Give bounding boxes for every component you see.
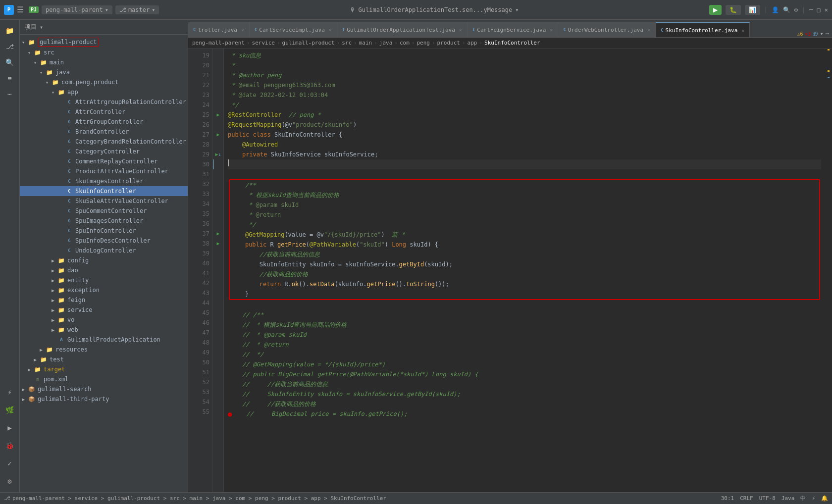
- tree-item-CategoryController[interactable]: C CategoryController: [20, 147, 188, 156]
- bc-com[interactable]: com: [400, 40, 410, 46]
- bc-peng[interactable]: peng: [416, 40, 430, 46]
- tree-item-gulimall-search[interactable]: ▶ 📦 gulimall-search: [20, 384, 188, 394]
- position-indicator[interactable]: 30:1: [721, 495, 734, 502]
- tab-close[interactable]: ✕: [329, 27, 332, 33]
- run-button[interactable]: ▶: [709, 5, 722, 15]
- tree-item-gulimall-product[interactable]: ▾ 📁 gulimall-product: [20, 37, 188, 48]
- tree-item-app[interactable]: ▾ 📁 app: [20, 87, 188, 97]
- tree-item-SpuImagesController[interactable]: C SpuImagesController: [20, 216, 188, 226]
- tree-item-dao[interactable]: ▶ 📁 dao: [20, 265, 188, 275]
- tab-gulimallordertest[interactable]: T GulimallOrderApplicationTest.java ✕: [337, 22, 468, 37]
- sidebar-terminal-icon[interactable]: ⚡: [3, 385, 17, 399]
- settings-icon[interactable]: ⚙: [794, 6, 798, 13]
- run-icon-27[interactable]: ▶: [216, 130, 219, 140]
- tree-item-SpuInfoDescController[interactable]: C SpuInfoDescController: [20, 236, 188, 246]
- bc-product[interactable]: gulimall-product: [282, 40, 335, 46]
- tab-close[interactable]: ✕: [647, 27, 650, 33]
- tree-item-ProductAttrValueController[interactable]: C ProductAttrValueController: [20, 166, 188, 176]
- bc-controller[interactable]: SkuInfoController: [484, 40, 540, 46]
- debug-button[interactable]: 🐛: [726, 5, 741, 15]
- tree-item-AttrController[interactable]: C AttrController: [20, 107, 188, 117]
- run-icon-25[interactable]: ▶: [216, 110, 219, 120]
- close-button[interactable]: ✕: [825, 6, 828, 13]
- tab-close[interactable]: ✕: [459, 27, 462, 33]
- tab-skuinfocontroller[interactable]: C SkuInfoController.java ✕: [656, 22, 750, 37]
- file-tree-content[interactable]: ▾ 📁 gulimall-product ▾ 📁 src ▾ 📁 main ▾ …: [20, 35, 188, 492]
- tree-item-SkuInfoController[interactable]: C SkuInfoController: [20, 186, 188, 196]
- bc-product2[interactable]: product: [437, 40, 460, 46]
- tree-item-target[interactable]: ▶ 📁 target: [20, 364, 188, 374]
- code-editor[interactable]: 19 20 21 22 23 24 25 26 27 28 29 30 31 3…: [188, 49, 832, 492]
- tree-item-web[interactable]: ▶ 📁 web: [20, 325, 188, 335]
- bc-java[interactable]: java: [379, 40, 393, 46]
- profile-button[interactable]: 📊: [745, 5, 760, 15]
- tree-item-SkuImagesController[interactable]: C SkuImagesController: [20, 176, 188, 186]
- tab-dropdown[interactable]: ▾: [820, 30, 824, 37]
- download-icon-29[interactable]: ↓: [218, 150, 221, 159]
- tree-item-package[interactable]: ▾ 📁 com.peng.product: [20, 77, 188, 87]
- tree-item-gulimall-third-party[interactable]: ▶ 📦 gulimall-third-party: [20, 394, 188, 404]
- minimize-button[interactable]: ─: [809, 6, 813, 13]
- bc-root[interactable]: peng-mall-parent: [192, 40, 245, 46]
- tab-close[interactable]: ✕: [241, 27, 244, 33]
- tab-info: ℹ9: [813, 31, 818, 37]
- sidebar-todo-icon[interactable]: ✓: [3, 456, 17, 470]
- tree-item-test[interactable]: ▶ 📁 test: [20, 354, 188, 364]
- project-name[interactable]: peng-mall-parent ▾: [42, 5, 112, 14]
- branch-name[interactable]: ⎇ master ▾: [115, 5, 159, 14]
- tree-item-UndoLogController[interactable]: C UndoLogController: [20, 246, 188, 255]
- tree-item-config[interactable]: ▶ 📁 config: [20, 255, 188, 265]
- sidebar-search-icon[interactable]: 🔍: [3, 55, 17, 69]
- sidebar-debug-icon[interactable]: 🐞: [3, 439, 17, 453]
- bc-main[interactable]: main: [359, 40, 372, 46]
- tree-item-SpuInfoController[interactable]: C SpuInfoController: [20, 226, 188, 236]
- tree-item-resources[interactable]: ▶ 📁 resources: [20, 345, 188, 354]
- tree-item-main[interactable]: ▾ 📁 main: [20, 57, 188, 67]
- tree-item-CommentReplayController[interactable]: C CommentReplayController: [20, 156, 188, 166]
- sidebar-commit-icon[interactable]: ⎇: [3, 40, 17, 53]
- user-icon[interactable]: 👤: [772, 6, 779, 13]
- tree-item-feign[interactable]: ▶ 📁 feign: [20, 295, 188, 305]
- bc-service[interactable]: service: [252, 40, 275, 46]
- sidebar-run-icon[interactable]: ▶: [3, 421, 17, 435]
- tab-troller[interactable]: C troller.java ✕: [188, 22, 250, 37]
- run-icon-38[interactable]: ▶: [216, 239, 219, 249]
- tree-item-service[interactable]: ▶ 📁 service: [20, 305, 188, 315]
- tab-cartfeignservice[interactable]: I CartFeignService.java ✕: [468, 22, 559, 37]
- tab-cartserviceimpl[interactable]: C CartServiceImpl.java ✕: [250, 22, 337, 37]
- tree-item-AttrGroupController[interactable]: C AttrGroupController: [20, 117, 188, 127]
- tree-item-pom[interactable]: m pom.xml: [20, 374, 188, 384]
- tree-item-entity[interactable]: ▶ 📁 entity: [20, 275, 188, 285]
- bc-src[interactable]: src: [342, 40, 352, 46]
- sidebar-project-icon[interactable]: 📁: [3, 24, 17, 38]
- maximize-button[interactable]: □: [817, 6, 821, 13]
- tab-close[interactable]: ✕: [550, 27, 553, 33]
- gulimall-product-label[interactable]: gulimall-product: [38, 38, 99, 47]
- tree-item-exception[interactable]: ▶ 📁 exception: [20, 285, 188, 295]
- tree-item-AttrAttrgroupRelationController[interactable]: C AttrAttrgroupRelationController: [20, 97, 188, 107]
- tree-item-src[interactable]: ▾ 📁 src: [20, 48, 188, 57]
- bc-app[interactable]: app: [468, 40, 477, 46]
- hamburger-menu[interactable]: ☰: [17, 5, 24, 14]
- tree-item-GulimallProductApplication[interactable]: A GulimallProductApplication: [20, 335, 188, 345]
- tree-item-BrandController[interactable]: C BrandController: [20, 127, 188, 137]
- sidebar-git-icon[interactable]: 🌿: [3, 403, 17, 417]
- tree-item-java[interactable]: ▾ 📁 java: [20, 67, 188, 77]
- code-text: @Autowired: [242, 140, 278, 150]
- tab-orderwebcontroller[interactable]: C OrderWebController.java ✕: [558, 22, 656, 37]
- tree-item-vo[interactable]: ▶ 📁 vo: [20, 315, 188, 325]
- gutter-22: [213, 80, 223, 90]
- code-content[interactable]: * sku信息 * * @author peng * @email pengpe…: [224, 49, 825, 492]
- tree-item-CategoryBrandRelationController[interactable]: C CategoryBrandRelationController: [20, 137, 188, 147]
- tree-item-SkuSaleAttrValueController[interactable]: C SkuSaleAttrValueController: [20, 196, 188, 206]
- sidebar-settings2-icon[interactable]: ⚙: [3, 474, 17, 488]
- tab-close-active[interactable]: ✕: [741, 28, 744, 33]
- tree-item-SpuCommentController[interactable]: C SpuCommentController: [20, 206, 188, 216]
- run-icon-37[interactable]: ▶: [216, 229, 219, 239]
- tab-more[interactable]: ⋯: [826, 30, 829, 37]
- sidebar-more-icon[interactable]: ⋯: [3, 87, 17, 101]
- sidebar-structure-icon[interactable]: ≡: [3, 71, 17, 85]
- line-ending-indicator[interactable]: CRLF: [740, 495, 753, 502]
- search-icon[interactable]: 🔍: [783, 6, 790, 13]
- lang-indicator[interactable]: Java: [781, 495, 795, 502]
